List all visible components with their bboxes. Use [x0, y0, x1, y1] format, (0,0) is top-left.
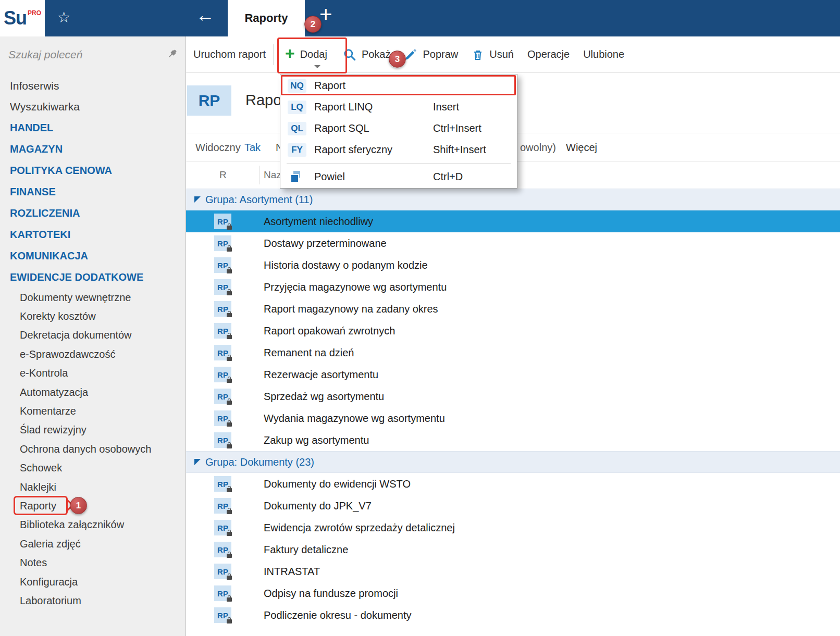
- sidebar-item-komunikacja[interactable]: KOMUNIKACJA: [0, 245, 186, 267]
- operations-button[interactable]: Operacje: [527, 48, 570, 60]
- sidebar-item-schowek[interactable]: Schowek: [0, 459, 186, 478]
- sidebar-item-biblioteka-zalacznikow[interactable]: Biblioteka załączników: [0, 516, 186, 534]
- delete-button[interactable]: Usuń: [472, 48, 514, 61]
- topbar: Su PRO ☆ ← Raporty +: [0, 0, 840, 36]
- report-row[interactable]: RP Remanent na dzień: [186, 342, 840, 364]
- report-icon: RP: [214, 607, 231, 623]
- group-header-dokumenty[interactable]: Grupa: Dokumenty (23): [186, 451, 840, 473]
- sidebar-item-kartoteki[interactable]: KARTOTEKI: [0, 224, 186, 245]
- menu-item-raport-sferyczny[interactable]: FY Raport sferyczny Shift+Insert: [280, 139, 517, 160]
- report-row[interactable]: RP Dokumenty do JPK_V7: [186, 495, 840, 517]
- report-row[interactable]: RP Podliczenie okresu - dokumenty: [186, 604, 840, 626]
- report-icon: RP: [214, 564, 231, 579]
- sidebar-item-korekty-kosztow[interactable]: Korekty kosztów: [0, 307, 186, 326]
- report-icon-text: RP: [217, 545, 228, 554]
- report-row[interactable]: RP Raport magazynowy na zadany okres: [186, 298, 840, 320]
- group-header-asortyment[interactable]: Grupa: Asortyment (11): [186, 189, 840, 210]
- report-row[interactable]: RP Zakup wg asortymentu: [186, 429, 840, 451]
- menu-item-powiel[interactable]: Powiel Ctrl+D: [280, 166, 517, 188]
- report-row[interactable]: RP Wydania magazynowe wg asortymentu: [186, 407, 840, 429]
- report-row[interactable]: RP Sprzedaż wg asortymentu: [186, 385, 840, 407]
- sidebar-item-wyszukiwarka[interactable]: Wyszukiwarka: [0, 96, 186, 117]
- report-icon-text: RP: [217, 392, 228, 401]
- lock-icon: [227, 357, 232, 361]
- report-icon: RP: [214, 345, 231, 360]
- sidebar-item-komentarze[interactable]: Komentarze: [0, 402, 186, 420]
- report-row[interactable]: RP Raport opakowań zwrotnych: [186, 320, 840, 342]
- report-icon-text: RP: [217, 567, 228, 576]
- lock-icon: [227, 422, 232, 427]
- sidebar-nav: Infoserwis Wyszukiwarka HANDEL MAGAZYN P…: [0, 76, 186, 610]
- search-input[interactable]: [7, 48, 163, 61]
- sidebar-item-ewidencje-dodatkowe[interactable]: EWIDENCJE DODATKOWE: [0, 267, 186, 288]
- sidebar-item-handel[interactable]: HANDEL: [0, 117, 186, 139]
- annotation-box-raporty: [14, 496, 68, 515]
- report-row[interactable]: RP INTRASTAT: [186, 560, 840, 582]
- sidebar-item-galeria-zdjec[interactable]: Galeria zdjęć: [0, 534, 186, 553]
- report-row[interactable]: RP Przyjęcia magazynowe wg asortymentu: [186, 276, 840, 298]
- sidebar-item-rozliczenia[interactable]: ROZLICZENIA: [0, 203, 186, 224]
- sidebar-item-konfiguracja[interactable]: Konfiguracja: [0, 572, 186, 591]
- collapse-triangle-icon: [194, 459, 201, 465]
- filter-widoczny-label[interactable]: Widoczny: [195, 142, 241, 154]
- menu-item-raport-linq[interactable]: LQ Raport LINQ Insert: [280, 96, 517, 118]
- sidebar-item-finanse[interactable]: FINANSE: [0, 181, 186, 203]
- sidebar-item-polityka-cenowa[interactable]: POLITYKA CENOWA: [0, 160, 186, 181]
- lock-icon: [227, 335, 232, 339]
- sidebar-item-slad-rewizyjny[interactable]: Ślad rewizyjny: [0, 421, 186, 440]
- report-row[interactable]: RP Ewidencja zwrotów sprzedaży detaliczn…: [186, 517, 840, 539]
- report-row[interactable]: RP Historia dostawy o podanym kodzie: [186, 254, 840, 276]
- step-badge-2: 2: [304, 16, 322, 33]
- report-icon: RP: [214, 542, 231, 557]
- filter-more-link[interactable]: Więcej: [566, 142, 597, 154]
- sidebar-item-dekretacja-dokumentow[interactable]: Dekretacja dokumentów: [0, 326, 186, 345]
- report-row[interactable]: RP Rezerwacje asortymentu: [186, 364, 840, 385]
- sidebar-item-naklejki[interactable]: Naklejki: [0, 478, 186, 496]
- run-report-button[interactable]: Uruchom raport: [193, 48, 266, 60]
- annotation-box-dodaj: [277, 38, 347, 73]
- report-row-selected[interactable]: RP Asortyment niechodliwy: [186, 210, 840, 232]
- show-button[interactable]: Pokaż: [343, 48, 391, 61]
- report-row[interactable]: RP Faktury detaliczne: [186, 539, 840, 560]
- menu-item-shortcut: Insert: [433, 101, 459, 113]
- favorites-button[interactable]: Ulubione: [583, 48, 624, 60]
- filter-widoczny-value[interactable]: Tak: [244, 142, 261, 154]
- edit-button[interactable]: Popraw: [404, 48, 458, 61]
- sidebar-item-e-sprawozdawczosc[interactable]: e-Sprawozdawczość: [0, 345, 186, 364]
- lock-icon: [227, 554, 232, 558]
- pin-icon[interactable]: [167, 48, 178, 61]
- trash-icon: [472, 48, 484, 61]
- logo-text: Su: [4, 7, 27, 29]
- tab-raporty[interactable]: Raporty: [228, 0, 305, 36]
- report-name: Dostawy przeterminowane: [264, 238, 387, 250]
- page-type-icon: RP: [187, 85, 231, 116]
- sidebar-item-infoserwis[interactable]: Infoserwis: [0, 76, 186, 96]
- collapse-triangle-icon: [194, 196, 201, 203]
- brush-icon: [404, 48, 417, 61]
- report-name: Dokumenty do JPK_V7: [264, 500, 372, 512]
- report-icon-text: RP: [217, 480, 228, 489]
- sidebar-item-laboratorium[interactable]: Laboratorium: [0, 591, 186, 610]
- sidebar-item-notes[interactable]: Notes: [0, 553, 186, 572]
- favorites-star-icon[interactable]: ☆: [57, 9, 70, 26]
- group-label: Grupa: Dokumenty (23): [205, 456, 314, 468]
- lock-icon: [227, 269, 232, 273]
- report-row[interactable]: RP Odpisy na fundusze promocji: [186, 582, 840, 604]
- column-header-r[interactable]: R: [219, 169, 227, 181]
- report-row[interactable]: RP Dokumenty do ewidencji WSTO: [186, 473, 840, 495]
- report-row[interactable]: RP Dostawy przeterminowane: [186, 232, 840, 254]
- lock-icon: [227, 401, 232, 405]
- back-arrow-icon[interactable]: ←: [196, 6, 215, 24]
- command-search[interactable]: [0, 43, 186, 67]
- menu-item-raport-sql[interactable]: QL Raport SQL Ctrl+Insert: [280, 118, 517, 139]
- report-icon-text: RP: [217, 305, 228, 314]
- sidebar-item-magazyn[interactable]: MAGAZYN: [0, 139, 186, 160]
- report-name: Asortyment niechodliwy: [264, 216, 373, 228]
- step-badge-1: 1: [70, 497, 87, 514]
- column-separator[interactable]: [260, 166, 260, 184]
- sidebar-item-e-kontrola[interactable]: e-Kontrola: [0, 364, 186, 383]
- menu-item-label: Raport sferyczny: [314, 144, 433, 156]
- sidebar-item-ochrona-danych-osobowych[interactable]: Ochrona danych osobowych: [0, 440, 186, 458]
- sidebar-item-automatyzacja[interactable]: Automatyzacja: [0, 383, 186, 402]
- sidebar-item-dokumenty-wewnetrzne[interactable]: Dokumenty wewnętrzne: [0, 288, 186, 307]
